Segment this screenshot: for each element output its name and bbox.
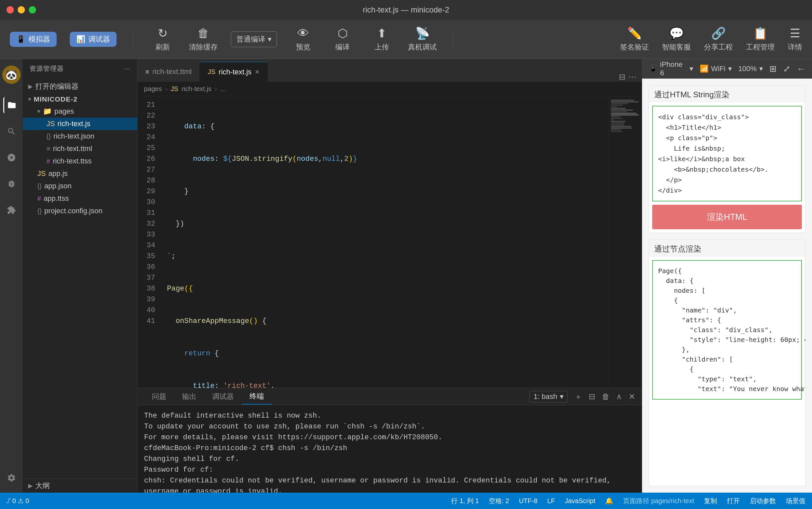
status-bar-left: ⑀ 0 ⚠ 0 [6, 497, 29, 505]
file-rich-text-ttss[interactable]: # rich-text.ttss [23, 155, 137, 167]
activity-debug-icon[interactable] [3, 176, 20, 192]
terminal-line-6: Password for cf: [144, 465, 635, 475]
zoom-selector[interactable]: 100% ▾ [738, 65, 763, 73]
terminal-close-icon[interactable]: ✕ [629, 392, 635, 401]
refresh-button[interactable]: ↻ 刷新 [150, 27, 176, 52]
file-app-ttss[interactable]: # app.ttss [23, 192, 137, 205]
panel-back-icon[interactable]: ← [797, 64, 806, 74]
activity-settings-icon[interactable] [3, 470, 20, 486]
split-terminal-icon[interactable]: ⊟ [589, 392, 595, 401]
sidebar-more-icon[interactable]: ⋯ [124, 65, 131, 73]
breadcrumb-rich-text-js[interactable]: rich-text.js [182, 85, 212, 93]
ln-33: 33 [138, 229, 155, 240]
compile-button[interactable]: ⬡ 编译 [329, 27, 356, 52]
file-rich-text-json[interactable]: {} rich-text.json [23, 130, 137, 142]
startup-params-button[interactable]: 启动参数 [750, 497, 776, 505]
preview-icon: 👁 [297, 27, 309, 40]
git-status[interactable]: ⑀ 0 ⚠ 0 [6, 497, 29, 505]
code-editor[interactable]: 21 22 23 24 25 26 27 28 29 30 31 32 33 3… [138, 96, 642, 388]
minimize-button[interactable] [18, 6, 25, 13]
tab-rich-text-js[interactable]: JS rich-text.js ✕ [200, 62, 268, 81]
avatar[interactable]: 🐼 [2, 66, 21, 84]
add-terminal-icon[interactable]: ＋ [574, 392, 582, 402]
encoding[interactable]: UTF-8 [519, 497, 538, 505]
network-selector[interactable]: 📶 WiFi ▾ [700, 65, 732, 73]
maximize-button[interactable] [29, 6, 36, 13]
share-project-button[interactable]: 🔗 分享工程 [704, 27, 733, 52]
close-button[interactable] [6, 6, 14, 13]
real-debug-button[interactable]: 📡 真机调试 [408, 27, 437, 52]
open-button[interactable]: 打开 [727, 497, 740, 505]
activity-bar: 🐼 [0, 59, 23, 493]
activity-git-icon[interactable] [3, 149, 20, 166]
detail-button[interactable]: ☰ 详情 [788, 27, 802, 52]
file-project-config[interactable]: {} project.config.json [23, 205, 137, 217]
activity-search-icon[interactable] [3, 123, 20, 139]
device-selector[interactable]: 📱 iPhone 6 ▾ [648, 60, 693, 77]
line-ending[interactable]: LF [548, 497, 555, 505]
simulator-button[interactable]: 📱 模拟器 [10, 32, 57, 47]
project-root[interactable]: ▾ MINICODE-2 [23, 93, 137, 105]
language[interactable]: JavaScript [565, 497, 595, 505]
file-rich-text-js[interactable]: JS rich-text.js [23, 117, 137, 130]
debugger-icon: 📊 [76, 35, 85, 43]
smart-customer-button[interactable]: 💬 智能客服 [662, 27, 691, 52]
terminal-body[interactable]: The default interactive shell is now zsh… [138, 405, 642, 493]
grid-view-icon[interactable]: ⊞ [770, 64, 777, 74]
breadcrumb-pages[interactable]: pages [144, 85, 162, 93]
split-editor-icon[interactable]: ⊟ [619, 72, 625, 81]
activity-explorer-icon[interactable] [3, 97, 20, 113]
traffic-lights [6, 6, 36, 13]
minimap-line [611, 103, 628, 104]
minimap-line [611, 106, 617, 107]
file-app-json[interactable]: {} app.json [23, 180, 137, 192]
tab-close-icon[interactable]: ✕ [255, 68, 260, 76]
debugger-button[interactable]: 📊 调试器 [70, 32, 116, 47]
delete-terminal-icon[interactable]: 🗑 [602, 392, 610, 401]
code-line-29: title: 'rich-text', [167, 381, 602, 388]
render-html-button[interactable]: 渲染HTML [652, 205, 802, 229]
open-editors-section[interactable]: ▶ 打开的编辑器 [23, 79, 137, 93]
ln-26: 26 [138, 154, 155, 164]
project-manage-button[interactable]: 📋 工程管理 [746, 27, 775, 52]
node-render-box: Page({ data: { nodes: [ { "name": "div",… [652, 260, 802, 400]
project-config-label: project.config.json [44, 207, 102, 215]
copy-button[interactable]: 复制 [704, 497, 717, 505]
compile-mode-dropdown[interactable]: 普通编译 ▾ [231, 31, 277, 47]
preview-button[interactable]: 👁 预览 [290, 27, 316, 52]
spaces[interactable]: 空格: 2 [489, 497, 509, 505]
scene-value-button[interactable]: 场景值 [786, 497, 806, 505]
tab-output[interactable]: 输出 [174, 389, 204, 404]
bell-icon[interactable]: 🔔 [605, 497, 613, 505]
output-tab-label: 输出 [182, 393, 197, 401]
tab-debugger[interactable]: 调试器 [204, 389, 242, 404]
row-col[interactable]: 行 1, 列 1 [451, 497, 479, 505]
sidebar: 资源管理器 ⋯ ▶ 打开的编辑器 ▾ MINICODE-2 ▾ 📁 pages [23, 59, 138, 493]
code-content[interactable]: data: { nodes: ${JSON.stringify(nodes, n… [161, 96, 609, 388]
zoom-label: 100% [738, 65, 757, 73]
minimap-line [611, 124, 624, 126]
clear-cache-button[interactable]: 🗑 清除缓存 [189, 27, 218, 52]
outline-section[interactable]: ▶ 大纲 [23, 479, 137, 493]
pages-folder[interactable]: ▾ 📁 pages [23, 105, 137, 117]
upload-button[interactable]: ⬆ 上传 [369, 27, 395, 52]
more-tabs-icon[interactable]: ⋯ [629, 72, 636, 81]
shell-selector[interactable]: 1: bash ▾ [529, 391, 568, 403]
panel-expand-icon[interactable]: ⤢ [783, 64, 790, 74]
terminal-line-4: cfdeMacBook-Pro:minicode-2 cf$ chsh -s /… [144, 443, 635, 454]
status-bar: ⑀ 0 ⚠ 0 行 1, 列 1 空格: 2 UTF-8 LF JavaScri… [0, 493, 812, 509]
breadcrumb-dots[interactable]: … [220, 85, 226, 93]
code-line-28: return { [167, 348, 602, 359]
file-rich-text-ttml[interactable]: ≡ rich-text.ttml [23, 142, 137, 155]
sep2 [453, 30, 454, 49]
file-app-js[interactable]: JS app.js [23, 167, 137, 180]
rich-text-ttml-label: rich-text.ttml [53, 144, 92, 153]
code-line-22: nodes: ${JSON.stringify(nodes, null, 2)} [167, 154, 602, 164]
sign-verify-button[interactable]: ✏️ 签名验证 [620, 27, 649, 52]
tab-terminal[interactable]: 终端 [242, 389, 272, 405]
terminal-up-icon[interactable]: ∧ [616, 392, 622, 401]
tab-issues[interactable]: 问题 [144, 389, 174, 404]
activity-extensions-icon[interactable] [3, 202, 20, 218]
node-render-section: 通过节点渲染 Page({ data: { nodes: [ { "name":… [648, 239, 806, 486]
tab-rich-text-ttml[interactable]: ≡ rich-text.ttml [138, 62, 200, 81]
